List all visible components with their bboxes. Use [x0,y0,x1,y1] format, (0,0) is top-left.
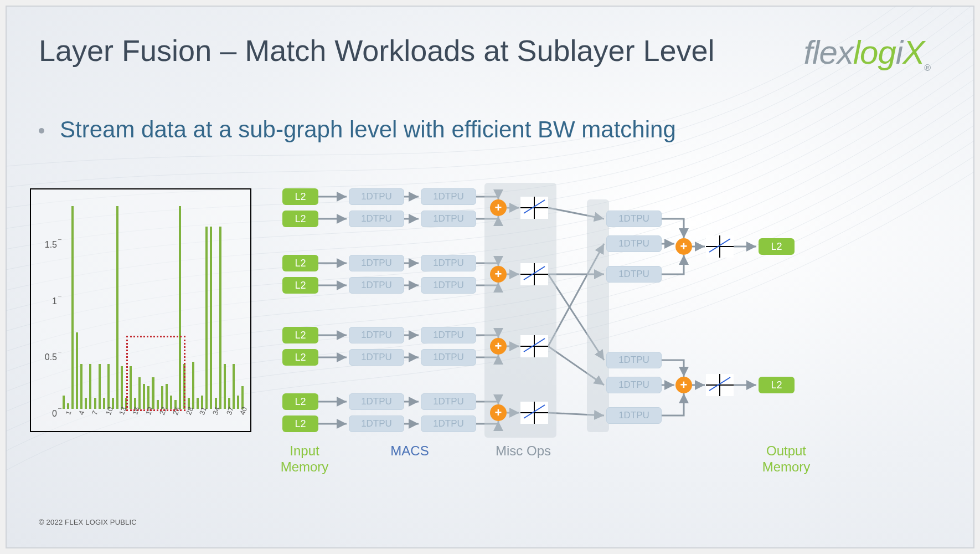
tpu-block: 1DTPU [606,352,662,368]
logo-registered: ® [924,63,930,73]
chart-bar [63,396,65,409]
add-op: + [490,266,507,283]
copyright-footer: © 2022 FLEX LOGIX PUBLIC [39,518,137,526]
chart-bar [205,227,208,409]
chart-ytick: 1.5 [34,240,57,250]
l2-output: L2 [759,377,795,393]
chart-bar [94,398,96,409]
add-op: + [675,238,692,255]
chart-bar [237,396,239,409]
tpu-block: 1DTPU [349,277,404,294]
flow-caption: Output Memory [742,443,831,475]
logo-part-flex: flex [803,34,853,71]
chart-bar [107,364,110,409]
flow-caption: MACS [371,443,448,459]
tpu-block: 1DTPU [349,416,404,432]
tpu-block: 1DTPU [421,327,476,343]
slide: Layer Fusion – Match Workloads at Sublay… [6,6,974,548]
tpu-block: 1DTPU [421,349,476,366]
activation-op [520,197,548,219]
chart-bar [89,364,91,409]
tpu-block: 1DTPU [349,188,404,205]
l2-input: L2 [282,393,318,410]
tpu-block: 1DTPU [606,377,662,393]
tpu-block: 1DTPU [349,255,404,271]
chart-bar [121,366,123,409]
activation-op [520,402,548,424]
add-op: + [490,338,507,355]
add-op: + [490,404,507,421]
chart-xtick: 1 [64,409,73,416]
chart-bar [192,362,194,409]
flow-caption: Misc Ops [479,443,568,459]
logo-part-log: log [853,34,896,71]
tpu-block: 1DTPU [421,255,476,271]
tpu-block: 1DTPU [349,327,404,343]
l2-input: L2 [282,416,318,432]
l2-input: L2 [282,188,318,205]
chart-xtick: 7 [90,409,100,416]
chart-bar [71,206,74,409]
flow-shade [484,183,556,438]
chart-bar [76,332,78,409]
brand-logo: flexlogiX® [803,33,930,73]
chart-bar [103,398,105,409]
activation-op [520,263,548,285]
chart-ytick: 1 [34,296,57,306]
tpu-block: 1DTPU [421,393,476,410]
chart-xtick: 4 [77,409,86,416]
chart-bar [197,398,199,409]
chart-ytick: 0.5 [34,352,57,362]
bullet-row: Stream data at a sub-graph level with ef… [39,116,676,143]
chart-ytick: 0 [34,409,57,419]
activation-op [706,235,734,258]
chart-highlight-box [126,336,185,411]
chart-bar [219,227,221,409]
bullet-dot-icon [39,128,44,134]
chart-bar [210,227,212,409]
chart-bar [85,398,87,409]
chart-bar [67,403,69,409]
l2-input: L2 [282,255,318,271]
add-op: + [490,199,507,216]
add-op: + [675,377,692,393]
flow-diagram: L2L21DTPU1DTPU1DTPU1DTPU+L2L21DTPU1DTPU1… [277,183,958,482]
activation-op [706,374,734,396]
tpu-block: 1DTPU [606,235,662,252]
chart-xtick: 40 [238,406,249,416]
tpu-block: 1DTPU [349,211,404,227]
flow-caption: Input Memory [266,443,343,475]
activation-op [520,335,548,357]
l2-output: L2 [759,238,795,255]
tpu-block: 1DTPU [421,277,476,294]
tpu-block: 1DTPU [606,266,662,283]
l2-input: L2 [282,327,318,343]
tpu-block: 1DTPU [349,349,404,366]
tpu-block: 1DTPU [606,407,662,424]
bar-chart: 00.511.51471013161922252831343740 [30,188,251,432]
tpu-block: 1DTPU [421,211,476,227]
chart-bar [99,364,101,409]
logo-part-x: X [902,34,924,71]
chart-bar [224,364,226,409]
logo-part-i: i [896,34,902,71]
l2-input: L2 [282,349,318,366]
tpu-block: 1DTPU [606,211,662,227]
tpu-block: 1DTPU [421,416,476,432]
tpu-block: 1DTPU [421,188,476,205]
chart-bar [233,364,235,409]
flow-shade [587,199,609,432]
tpu-block: 1DTPU [349,393,404,410]
l2-input: L2 [282,277,318,294]
bullet-text: Stream data at a sub-graph level with ef… [60,116,676,143]
chart-bar [80,364,82,409]
chart-bar [116,206,118,409]
l2-input: L2 [282,211,318,227]
chart-bar [241,386,244,409]
slide-title: Layer Fusion – Match Workloads at Sublay… [39,33,715,68]
